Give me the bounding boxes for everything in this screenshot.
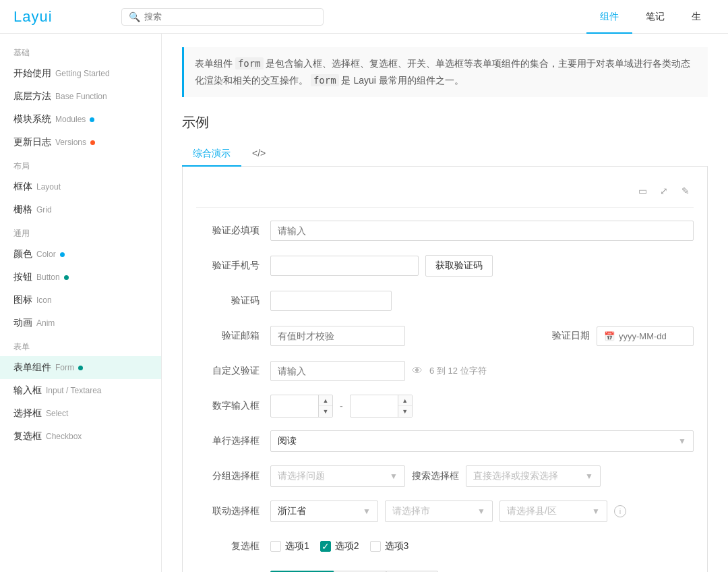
content-single-select: 阅读 ▼ bbox=[270, 430, 694, 452]
number-up-min[interactable]: ▲ bbox=[319, 395, 332, 406]
number-up-max[interactable]: ▲ bbox=[398, 395, 412, 406]
number-down-min[interactable]: ▼ bbox=[319, 406, 332, 417]
checkbox-item-2[interactable]: ✓ 选项2 bbox=[320, 540, 359, 552]
province-value: 浙江省 bbox=[278, 505, 306, 517]
info-icon[interactable]: i bbox=[614, 505, 626, 517]
sidebar-item-anim[interactable]: 动画 Anim bbox=[0, 312, 161, 335]
dot-modules bbox=[90, 117, 94, 122]
header: Layui 🔍 组件 笔记 生 bbox=[0, 0, 728, 34]
row-group-search-select: 分组选择框 请选择问题 ▼ 搜索选择框 直接选择或搜索选择 ▼ bbox=[196, 464, 694, 488]
group-title-general: 通用 bbox=[0, 221, 161, 243]
search-select[interactable]: 直接选择或搜索选择 ▼ bbox=[466, 465, 601, 487]
label-vercode: 验证码 bbox=[196, 295, 270, 307]
input-custom-verify[interactable] bbox=[270, 361, 405, 381]
sidebar-item-checkbox[interactable]: 复选框 Checkbox bbox=[0, 425, 161, 448]
sidebar-item-getting-started[interactable]: 开始使用 Getting Started bbox=[0, 62, 161, 85]
row-number: 数字输入框 ▲ ▼ - ▲ ▼ bbox=[196, 394, 694, 418]
checkbox-box-3 bbox=[370, 541, 381, 552]
edit-icon[interactable]: ✎ bbox=[677, 183, 694, 199]
search-box[interactable]: 🔍 bbox=[121, 8, 324, 26]
dot-button bbox=[64, 275, 69, 280]
label-number: 数字输入框 bbox=[196, 400, 270, 412]
sidebar-item-icon[interactable]: 图标 Icon bbox=[0, 289, 161, 312]
content-phone: 获取验证码 bbox=[270, 255, 694, 277]
search-select-placeholder: 直接选择或搜索选择 bbox=[473, 470, 558, 482]
label-group-select: 分组选择框 bbox=[196, 470, 270, 482]
search-input[interactable] bbox=[144, 11, 279, 22]
label-single-select: 单行选择框 bbox=[196, 435, 270, 447]
checkbox-item-3[interactable]: 选项3 bbox=[370, 540, 409, 552]
eye-icon[interactable]: 👁 bbox=[412, 365, 423, 377]
tab-components[interactable]: 组件 bbox=[586, 0, 632, 34]
row-tag: 标签框 选项1 ✓ 选项2 选项3 bbox=[196, 569, 694, 572]
chevron-down-icon-search: ▼ bbox=[585, 471, 593, 481]
number-input-max[interactable] bbox=[351, 397, 398, 416]
tab-other[interactable]: 生 bbox=[678, 0, 715, 34]
linked-city[interactable]: 请选择市 ▼ bbox=[385, 500, 493, 522]
sidebar-item-modules[interactable]: 模块系统 Modules bbox=[0, 108, 161, 131]
checkbox-label-3: 选项3 bbox=[385, 540, 409, 552]
search-select-label: 搜索选择框 bbox=[412, 470, 459, 482]
copy-icon[interactable]: ▭ bbox=[634, 183, 650, 199]
demo-toolbar: ▭ ⤢ ✎ bbox=[196, 180, 694, 208]
description-box: 表单组件 form 是包含输入框、选择框、复选框、开关、单选框等表单项组件的集合… bbox=[182, 47, 708, 97]
input-required[interactable] bbox=[270, 221, 694, 241]
row-email-date: 验证邮箱 验证日期 📅 bbox=[196, 324, 694, 348]
sidebar-item-grid[interactable]: 栅格 Grid bbox=[0, 198, 161, 221]
row-vercode: 验证码 bbox=[196, 289, 694, 313]
sidebar-item-form[interactable]: 表单组件 Form bbox=[0, 356, 161, 379]
checkbox-box-1 bbox=[270, 541, 281, 552]
group-title-basic: 基础 bbox=[0, 40, 161, 62]
tab-notes[interactable]: 笔记 bbox=[632, 0, 678, 34]
number-down-max[interactable]: ▼ bbox=[398, 406, 412, 417]
sidebar-item-select[interactable]: 选择框 Select bbox=[0, 402, 161, 425]
content-group-search-select: 请选择问题 ▼ 搜索选择框 直接选择或搜索选择 ▼ bbox=[270, 465, 694, 487]
row-custom-verify: 自定义验证 👁 6 到 12 位字符 bbox=[196, 359, 694, 383]
expand-icon[interactable]: ⤢ bbox=[656, 183, 672, 199]
label-required: 验证必填项 bbox=[196, 225, 270, 237]
sidebar-item-layout[interactable]: 框体 Layout bbox=[0, 175, 161, 198]
sidebar-item-color[interactable]: 颜色 Color bbox=[0, 243, 161, 266]
content-linked-select: 浙江省 ▼ 请选择市 ▼ 请选择县/区 ▼ i bbox=[270, 500, 694, 522]
group-title-form: 表单 bbox=[0, 335, 161, 356]
city-placeholder: 请选择市 bbox=[392, 505, 430, 517]
group-title-layout: 布局 bbox=[0, 154, 161, 175]
get-code-button[interactable]: 获取验证码 bbox=[425, 255, 493, 277]
group-select[interactable]: 请选择问题 ▼ bbox=[270, 465, 405, 487]
dot-versions bbox=[90, 140, 95, 145]
tab-comprehensive[interactable]: 综合演示 bbox=[182, 142, 241, 167]
checkbox-item-1[interactable]: 选项1 bbox=[270, 540, 309, 552]
chevron-down-icon-province: ▼ bbox=[363, 507, 371, 516]
dot-color bbox=[60, 252, 65, 257]
row-required: 验证必填项 bbox=[196, 219, 694, 243]
body-wrap: 基础 开始使用 Getting Started 底层方法 Base Functi… bbox=[0, 34, 728, 572]
single-select[interactable]: 阅读 ▼ bbox=[270, 430, 694, 452]
demo-panel: ▭ ⤢ ✎ 验证必填项 验证手机号 获取验证码 验证 bbox=[182, 167, 708, 572]
number-input-min[interactable] bbox=[271, 397, 318, 416]
content-required bbox=[270, 221, 694, 241]
nav-tabs: 组件 笔记 生 bbox=[586, 0, 715, 34]
section-title: 示例 bbox=[182, 113, 708, 132]
dot-form bbox=[78, 366, 83, 370]
sidebar-item-input[interactable]: 输入框 Input / Textarea bbox=[0, 379, 161, 402]
hint-text-custom: 6 到 12 位字符 bbox=[429, 365, 487, 377]
sidebar-item-versions[interactable]: 更新日志 Versions bbox=[0, 131, 161, 154]
main-content: 表单组件 form 是包含输入框、选择框、复选框、开关、单选框等表单项组件的集合… bbox=[162, 34, 728, 572]
group-select-placeholder: 请选择问题 bbox=[278, 470, 325, 482]
linked-province[interactable]: 浙江省 ▼ bbox=[270, 500, 378, 522]
label-phone: 验证手机号 bbox=[196, 260, 270, 272]
sidebar-item-button[interactable]: 按钮 Button bbox=[0, 266, 161, 289]
linked-district[interactable]: 请选择县/区 ▼ bbox=[499, 500, 607, 522]
input-phone[interactable] bbox=[270, 256, 419, 276]
date-input[interactable] bbox=[619, 331, 686, 341]
sidebar-item-base-function[interactable]: 底层方法 Base Function bbox=[0, 85, 161, 108]
input-vercode[interactable] bbox=[270, 291, 392, 311]
label-custom-verify: 自定义验证 bbox=[196, 365, 270, 377]
chevron-down-icon-district: ▼ bbox=[592, 507, 600, 516]
calendar-icon: 📅 bbox=[604, 331, 615, 341]
date-input-wrap[interactable]: 📅 bbox=[597, 326, 694, 346]
input-email[interactable] bbox=[270, 326, 405, 346]
tab-code[interactable]: </> bbox=[241, 142, 276, 167]
content-checkbox: 选项1 ✓ 选项2 选项3 bbox=[270, 540, 694, 552]
row-phone: 验证手机号 获取验证码 bbox=[196, 254, 694, 278]
